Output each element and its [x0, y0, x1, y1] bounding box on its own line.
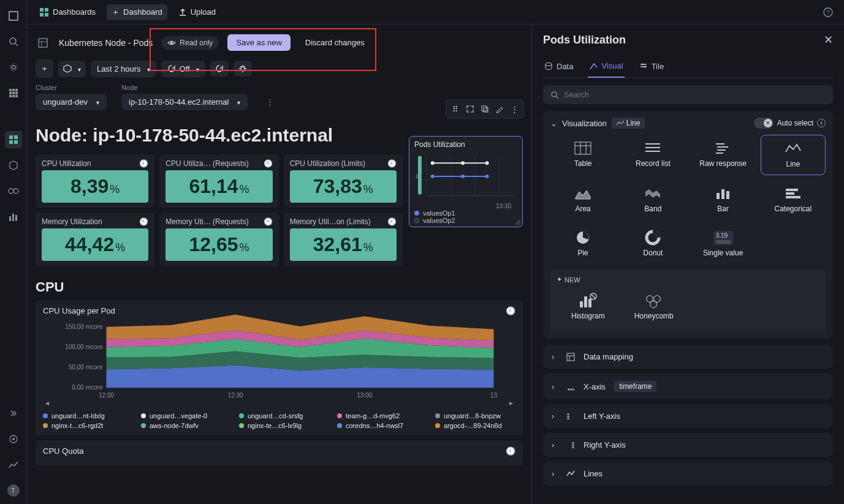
svg-rect-6 [12, 89, 15, 91]
filter-more-button[interactable]: ⋮ [262, 94, 278, 110]
legend-item[interactable]: unguard…nt-ldxlg [43, 412, 123, 419]
chart-next-button[interactable]: ▸ [509, 399, 513, 407]
settings-button[interactable] [234, 61, 252, 77]
visualization-label: Visualization [562, 119, 607, 128]
tab-tile[interactable]: Tile [638, 58, 665, 77]
refresh-button[interactable] [210, 61, 229, 77]
legend-item[interactable]: argocd-…89-24n8d [435, 422, 515, 429]
close-inspector-button[interactable]: ✕ [824, 33, 833, 47]
data-mapping-section[interactable]: ›Data mapping [543, 345, 833, 369]
legend-item[interactable]: aws-node-7dwfv [141, 422, 221, 429]
expand-icon[interactable] [5, 405, 22, 422]
svg-text:?: ? [826, 9, 829, 15]
inspector-search[interactable] [543, 85, 833, 104]
lines-section[interactable]: ›Lines [543, 462, 833, 486]
legend-item[interactable]: team-g…d-mvg62 [337, 412, 417, 419]
viz-option-pie[interactable]: Pie [550, 224, 615, 263]
cpu-usage-area-chart[interactable]: 150,00 mcore100,00 mcore50,00 mcore0,00 … [43, 319, 515, 399]
legend-item[interactable]: nginx-te…c6-lx9lg [239, 422, 319, 429]
edit-tile-icon[interactable] [493, 102, 506, 116]
topbar: Dashboards ＋ Dashboard Upload ? [27, 0, 844, 24]
legend-item[interactable]: unguard…cd-srsfg [239, 412, 319, 419]
viz-option-histogram[interactable]: Histogram [569, 287, 607, 326]
view-mode-button[interactable] [58, 61, 86, 77]
new-dashboard-button[interactable]: ＋ Dashboard [107, 4, 167, 20]
tab-visual[interactable]: Visual [588, 58, 624, 78]
add-tile-button[interactable]: ＋ [36, 59, 53, 78]
tab-data[interactable]: Data [543, 58, 574, 77]
left-y-axis-section[interactable]: ›Left Y-axis [543, 404, 833, 428]
viz-option-table[interactable]: Table [550, 135, 615, 175]
svg-rect-26 [45, 8, 48, 12]
left-nav-rail: T [0, 0, 27, 504]
svg-line-2 [15, 43, 18, 46]
viz-option-single-value[interactable]: 3.19Single value [691, 224, 756, 263]
legend-item[interactable]: nginx-t…c6-rgd2t [43, 422, 123, 429]
viz-option-donut[interactable]: Donut [620, 224, 685, 263]
help-icon[interactable]: ? [819, 4, 837, 21]
node-filter-select[interactable]: ip-10-178-50-44.ec2.internal [121, 94, 248, 110]
layout-icon[interactable] [36, 36, 50, 50]
cluster-filter-select[interactable]: unguard-dev [36, 94, 107, 110]
gear-icon[interactable] [5, 59, 22, 76]
copy-tile-icon[interactable] [478, 102, 492, 116]
viz-option-band[interactable]: Band [620, 180, 685, 219]
search-icon[interactable] [5, 33, 22, 50]
svg-point-44 [431, 161, 435, 165]
viz-option-raw-response[interactable]: Raw response [691, 135, 756, 175]
svg-rect-20 [9, 216, 11, 221]
svg-rect-28 [45, 13, 48, 17]
nav-dashboards-icon[interactable] [5, 131, 22, 148]
chevron-down-icon[interactable]: ⌄ [550, 119, 557, 128]
upload-button[interactable]: Upload [173, 5, 221, 19]
inspector-search-input[interactable] [564, 90, 826, 99]
target-icon[interactable] [5, 431, 22, 448]
apps-icon[interactable] [5, 85, 22, 102]
svg-point-67 [644, 66, 645, 68]
svg-rect-82 [721, 189, 724, 199]
tile-more-icon[interactable]: ⋮ [508, 102, 521, 116]
chart-icon[interactable] [5, 456, 22, 473]
legend-item[interactable]: unguard…8-bnpzw [435, 412, 515, 419]
save-as-new-button[interactable]: Save as new [227, 34, 290, 51]
clock-icon: 🕘 [506, 446, 515, 456]
visualization-panel: ⌄ Visualization Line Auto select i Table… [543, 111, 833, 339]
nav-cube-icon[interactable] [5, 157, 22, 174]
logo-icon[interactable] [5, 7, 22, 24]
auto-select-toggle[interactable] [754, 118, 774, 129]
viz-option-record-list[interactable]: Record list [620, 135, 685, 175]
viz-option-honeycomb[interactable]: Honeycomb [632, 287, 676, 326]
expand-tile-icon[interactable] [463, 102, 477, 116]
legend-item[interactable]: coredns…h4-nwsl7 [337, 422, 417, 429]
cpu-usage-chart-card: CPU Usage per Pod🕘 150,00 mcore100,00 mc… [36, 300, 523, 435]
viz-option-categorical[interactable]: Categorical [761, 180, 826, 219]
metrics-row-2: Memory Utilization🕘44,42% Memory Uti… (R… [36, 213, 403, 266]
resize-handle-icon[interactable] [514, 218, 521, 225]
right-y-axis-section[interactable]: ›Right Y-axis [543, 433, 833, 457]
viz-option-line[interactable]: Line [761, 135, 826, 175]
dashboards-breadcrumb[interactable]: Dashboards [34, 5, 101, 20]
x-axis-section[interactable]: ›X-axistimeframe [543, 374, 833, 399]
svg-point-48 [461, 175, 465, 178]
svg-text:12:00: 12:00 [99, 392, 114, 399]
legend-item[interactable]: unguard…vegate-0 [141, 412, 221, 419]
nav-binoculars-icon[interactable] [5, 182, 22, 200]
pods-utilization-tile[interactable]: Pods Utilization 20 [409, 136, 523, 227]
discard-changes-button[interactable]: Discard changes [299, 34, 371, 51]
timeframe-selector[interactable]: Last 2 hours [91, 61, 156, 77]
auto-select-label: Auto select [777, 119, 813, 127]
upload-label: Upload [191, 7, 216, 17]
chart-prev-button[interactable]: ◂ [45, 399, 49, 407]
svg-rect-83 [726, 191, 729, 199]
plus-icon: ＋ [112, 7, 120, 18]
viz-option-area[interactable]: Area [550, 180, 615, 219]
drag-handle-icon[interactable]: ⠿ [449, 102, 462, 116]
clock-icon: 🕘 [139, 217, 148, 226]
svg-point-3 [12, 66, 15, 69]
auto-refresh-selector[interactable]: Off [161, 61, 205, 77]
viz-option-bar[interactable]: Bar [691, 180, 756, 219]
nav-barchart-icon[interactable] [5, 208, 22, 225]
svg-rect-70 [575, 142, 591, 154]
avatar-icon[interactable]: T [5, 482, 22, 499]
info-icon[interactable]: i [817, 119, 826, 127]
